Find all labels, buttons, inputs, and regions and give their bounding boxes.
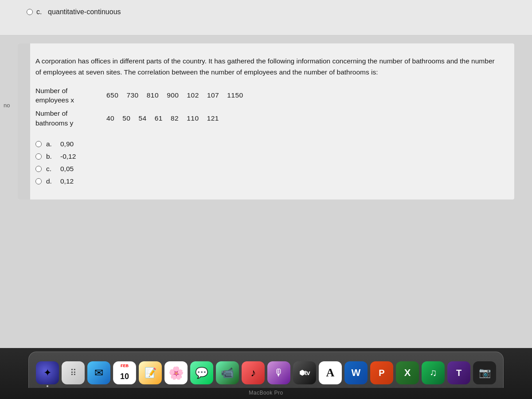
- emp-val-7: 1150: [227, 91, 243, 99]
- bathrooms-row: Number of bathrooms y 40 50 54 61 82 110…: [35, 109, 497, 128]
- dock-item-font[interactable]: A: [319, 361, 342, 384]
- radio-d[interactable]: [35, 178, 42, 184]
- radio-c-ans[interactable]: [35, 166, 42, 172]
- opt-a-letter: a.: [46, 140, 56, 148]
- opt-c-value: 0,05: [60, 165, 74, 173]
- dock-item-photos[interactable]: 🌸: [164, 361, 188, 384]
- dock-item-facetime[interactable]: 📹: [216, 361, 239, 384]
- calendar-month: FEB: [121, 364, 129, 368]
- dock-item-music[interactable]: ♪: [242, 361, 265, 384]
- opt-d-value: 0,12: [60, 177, 74, 185]
- opt-c-letter: c.: [46, 165, 56, 173]
- radio-a[interactable]: [35, 141, 42, 147]
- question-body: A corporation has offices in different p…: [35, 56, 497, 78]
- bath-val-5: 82: [171, 114, 179, 122]
- dock-item-calendar[interactable]: FEB 10: [113, 361, 136, 384]
- emp-val-2: 730: [126, 91, 138, 99]
- option-c-row: c. quantitative-continuous: [27, 8, 505, 16]
- dock-container: ✦ ⠿ ✉ FEB 10 📝 🌸: [0, 348, 532, 399]
- bath-val-3: 54: [139, 114, 147, 122]
- emp-val-1: 650: [106, 91, 118, 99]
- option-row-c: c. 0,05: [35, 165, 497, 173]
- dock: ✦ ⠿ ✉ FEB 10 📝 🌸: [28, 352, 504, 388]
- opt-b-value: -0,12: [60, 153, 76, 160]
- dock-item-spotify[interactable]: ♫: [422, 361, 445, 384]
- dock-item-podcasts[interactable]: 🎙: [267, 361, 290, 384]
- photos-icon: 🌸: [168, 366, 184, 380]
- dock-item-powerpoint[interactable]: P: [370, 361, 393, 384]
- emp-val-5: 102: [187, 91, 199, 99]
- calendar-day: 10: [120, 372, 129, 381]
- opt-b-letter: b.: [46, 153, 56, 160]
- dock-item-tv[interactable]: ⬢tv: [293, 361, 316, 384]
- dock-item-siri[interactable]: ✦: [36, 361, 59, 384]
- employees-label: Number of employees x: [35, 86, 106, 105]
- option-row-b: b. -0,12: [35, 153, 497, 160]
- emp-val-3: 810: [147, 91, 159, 99]
- top-section: c. quantitative-continuous: [0, 0, 532, 35]
- dock-item-mail[interactable]: ✉: [87, 361, 110, 384]
- bath-val-6: 110: [187, 114, 199, 122]
- option-row-d: d. 0,12: [35, 177, 497, 185]
- dock-item-teams[interactable]: T: [447, 361, 470, 384]
- answer-options: a. 0,90 b. -0,12 c. 0,05 d. 0,12: [35, 140, 497, 185]
- bath-val-1: 40: [106, 114, 114, 122]
- bathrooms-values: 40 50 54 61 82 110 121: [106, 114, 219, 122]
- bath-val-2: 50: [122, 114, 130, 122]
- radio-b[interactable]: [35, 153, 42, 160]
- dock-item-camera[interactable]: 📷: [473, 361, 496, 384]
- employees-values: 650 730 810 900 102 107 1150: [106, 91, 243, 99]
- dock-item-notes[interactable]: 📝: [139, 361, 162, 384]
- dock-item-excel[interactable]: X: [396, 361, 419, 384]
- bath-val-4: 61: [155, 114, 163, 122]
- screen: no c. quantitative-continuous A corporat…: [0, 0, 532, 399]
- option-row-a: a. 0,90: [35, 140, 497, 148]
- left-bar-indicator: [18, 43, 30, 200]
- opt-d-letter: d.: [46, 177, 56, 185]
- option-c-text: quantitative-continuous: [48, 8, 121, 16]
- radio-c[interactable]: [27, 9, 33, 15]
- macbook-label: MacBook Pro: [249, 390, 283, 396]
- dock-item-messages[interactable]: 💬: [190, 361, 213, 384]
- emp-val-4: 900: [167, 91, 179, 99]
- dock-item-word[interactable]: W: [344, 361, 368, 384]
- data-table: Number of employees x 650 730 810 900 10…: [35, 86, 497, 128]
- emp-val-6: 107: [207, 91, 219, 99]
- employees-row: Number of employees x 650 730 810 900 10…: [35, 86, 497, 105]
- question-card: A corporation has offices in different p…: [18, 43, 514, 200]
- dock-item-launchpad[interactable]: ⠿: [62, 361, 85, 384]
- option-c-letter: c.: [36, 8, 44, 16]
- sidebar-no-label: no: [4, 102, 10, 109]
- bath-val-7: 121: [207, 114, 219, 122]
- bathrooms-label: Number of bathrooms y: [35, 109, 106, 128]
- opt-a-value: 0,90: [60, 140, 74, 148]
